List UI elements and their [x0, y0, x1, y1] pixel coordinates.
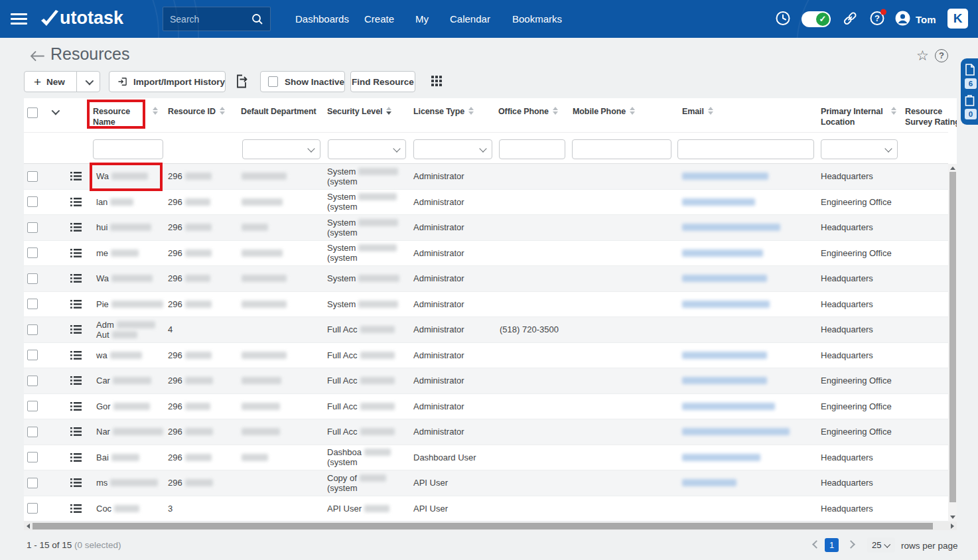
email-link-redacted[interactable]: [682, 275, 767, 282]
row-checkbox[interactable]: [27, 222, 38, 233]
row-menu-icon[interactable]: [70, 299, 82, 309]
filter-mobile-phone[interactable]: [572, 139, 671, 159]
column-chooser-icon[interactable]: [431, 76, 444, 88]
sort-icon[interactable]: [708, 107, 713, 117]
row-menu-icon[interactable]: [70, 478, 82, 488]
row-menu-icon[interactable]: [70, 324, 82, 334]
column-header[interactable]: Mobile Phone: [573, 106, 635, 117]
sort-icon[interactable]: [153, 107, 158, 127]
filter-security-level[interactable]: [328, 139, 406, 159]
column-header[interactable]: Resource ID: [168, 106, 225, 117]
filter-default-department[interactable]: [242, 139, 320, 159]
link-icon[interactable]: [841, 9, 859, 29]
sort-icon[interactable]: [386, 107, 391, 117]
new-button[interactable]: +New: [24, 71, 77, 92]
hamburger-menu-icon[interactable]: [11, 13, 27, 25]
column-header[interactable]: Primary Internal Location: [821, 106, 896, 127]
nav-calendar[interactable]: Calendar: [450, 0, 490, 38]
page-size-select[interactable]: 25: [867, 537, 895, 553]
row-checkbox[interactable]: [27, 427, 38, 437]
vertical-scroll-thumb[interactable]: [949, 172, 956, 502]
table-row[interactable]: lan 296 System (system Administrator Eng…: [24, 190, 948, 216]
cell-resource-name[interactable]: Pie: [90, 292, 163, 317]
search-icon[interactable]: [251, 13, 263, 25]
row-checkbox[interactable]: [27, 478, 38, 488]
cell-resource-name[interactable]: Wa: [90, 164, 163, 189]
user-avatar-icon[interactable]: [894, 10, 911, 29]
email-link-redacted[interactable]: [682, 173, 768, 180]
table-row[interactable]: Nar 296 Full Acc Administrator Engineeri…: [24, 419, 948, 445]
search-input[interactable]: Search: [163, 7, 271, 31]
horizontal-scrollbar[interactable]: [24, 522, 957, 530]
row-menu-icon[interactable]: [70, 504, 82, 514]
email-link-redacted[interactable]: [682, 428, 790, 435]
row-checkbox[interactable]: [27, 299, 38, 309]
cell-resource-name[interactable]: hui: [90, 215, 163, 240]
table-row[interactable]: Gor 296 Full Acc Administrator Engineeri…: [24, 394, 948, 420]
sort-icon[interactable]: [630, 107, 635, 117]
email-link-redacted[interactable]: [682, 224, 780, 231]
export-icon[interactable]: [235, 74, 248, 91]
table-row[interactable]: Coc 3 API User API User Headquarters: [24, 496, 948, 522]
column-header[interactable]: Resource Name: [93, 106, 158, 127]
column-header[interactable]: Email: [682, 106, 713, 117]
show-inactive-checkbox[interactable]: [268, 76, 278, 87]
row-checkbox[interactable]: [27, 401, 38, 411]
timer-icon[interactable]: [775, 10, 791, 28]
filter-resource-name[interactable]: [93, 139, 163, 159]
cell-resource-name[interactable]: Coc: [90, 496, 163, 522]
table-row[interactable]: Bai 296 Dashboa (system Dashboard User H…: [24, 445, 948, 471]
row-menu-icon[interactable]: [70, 350, 82, 360]
cell-resource-name[interactable]: ms: [90, 470, 163, 496]
current-page-button[interactable]: 1: [825, 538, 839, 552]
column-header[interactable]: License Type: [413, 106, 474, 117]
sort-icon[interactable]: [553, 107, 558, 117]
cell-resource-name[interactable]: Adm Aut: [90, 317, 163, 342]
row-menu-icon[interactable]: [70, 197, 82, 207]
help-icon[interactable]: ?: [869, 10, 885, 28]
email-link-redacted[interactable]: [682, 198, 755, 206]
sort-icon[interactable]: [468, 107, 474, 117]
cell-resource-name[interactable]: Gor: [90, 394, 163, 419]
import-button[interactable]: Import/Import History: [109, 71, 226, 92]
cell-resource-name[interactable]: Bai: [90, 445, 163, 470]
row-checkbox[interactable]: [27, 503, 38, 514]
cell-resource-name[interactable]: wa: [90, 343, 163, 368]
select-all-checkbox[interactable]: [27, 107, 38, 118]
scroll-down-arrow[interactable]: [950, 516, 955, 519]
vertical-scrollbar[interactable]: [948, 164, 957, 522]
nav-dashboards[interactable]: Dashboards: [295, 0, 349, 38]
table-row[interactable]: Wa 296 System (system Administrator Head…: [24, 164, 948, 190]
row-menu-icon[interactable]: [70, 453, 82, 462]
table-row[interactable]: Car 296 Full Acc Administrator Engineeri…: [24, 368, 948, 394]
scroll-right-arrow[interactable]: [951, 524, 954, 529]
row-checkbox[interactable]: [27, 247, 38, 258]
row-checkbox[interactable]: [27, 376, 38, 386]
show-inactive-button[interactable]: Show Inactive: [260, 71, 345, 92]
cell-resource-name[interactable]: Nar: [90, 419, 163, 445]
row-checkbox[interactable]: [27, 196, 38, 207]
table-row[interactable]: me 296 System (system Administrator Engi…: [24, 241, 948, 267]
nav-bookmarks[interactable]: Bookmarks: [512, 0, 562, 38]
email-link-redacted[interactable]: [682, 377, 767, 384]
row-menu-icon[interactable]: [70, 401, 82, 411]
clipboard-icon[interactable]: [965, 95, 975, 106]
table-row[interactable]: Pie 296 System Administrator Headquarter…: [24, 292, 948, 318]
table-row[interactable]: ms 296 Copy of (system API User Headquar…: [24, 470, 948, 496]
table-row[interactable]: Adm Aut 4 Full Acc Administrator (518) 7…: [24, 317, 948, 343]
email-link-redacted[interactable]: [682, 301, 770, 308]
back-arrow-icon[interactable]: [29, 50, 45, 64]
row-menu-icon[interactable]: [70, 273, 82, 283]
sort-icon[interactable]: [220, 107, 225, 117]
filter-email[interactable]: [677, 139, 814, 159]
row-checkbox[interactable]: [27, 324, 38, 335]
nav-my[interactable]: My: [415, 0, 429, 38]
cell-resource-name[interactable]: Wa: [90, 266, 163, 291]
cell-resource-name[interactable]: me: [90, 241, 163, 266]
column-header[interactable]: Security Level: [327, 106, 391, 117]
row-checkbox[interactable]: [27, 350, 38, 360]
email-link-redacted[interactable]: [682, 403, 775, 410]
document-icon[interactable]: [965, 64, 975, 76]
page-help-icon[interactable]: ?: [935, 49, 948, 62]
row-menu-icon[interactable]: [70, 222, 82, 232]
